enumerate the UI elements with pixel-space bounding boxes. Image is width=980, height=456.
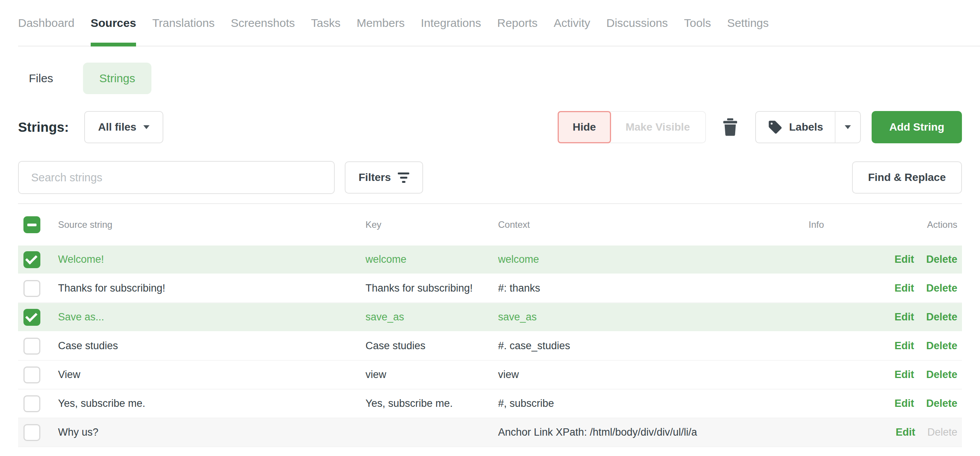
nav-tab-translations[interactable]: Translations — [152, 0, 214, 46]
source-mode-tabs: Files Strings — [18, 63, 980, 94]
strings-table: Source string Key Context Info Actions W… — [18, 204, 962, 447]
filters-button[interactable]: Filters — [345, 161, 423, 194]
column-header-key: Key — [365, 219, 498, 230]
nav-tab-label: Discussions — [606, 17, 668, 30]
context-cell: #. case_studies — [498, 340, 766, 352]
nav-tab-label: Activity — [554, 17, 590, 30]
column-header-actions: Actions — [824, 219, 962, 230]
delete-link[interactable]: Delete — [926, 340, 957, 352]
labels-split-button: Labels — [755, 111, 861, 143]
chevron-down-icon — [143, 125, 149, 129]
table-body: Welcome! welcome welcome Edit Delete Tha… — [18, 245, 962, 447]
tag-icon — [767, 119, 783, 135]
context-cell: view — [498, 369, 766, 381]
table-row: Welcome! welcome welcome Edit Delete — [18, 245, 962, 274]
delete-selected-button[interactable] — [716, 111, 744, 143]
subtab-files[interactable]: Files — [18, 63, 64, 94]
row-checkbox[interactable] — [23, 338, 40, 355]
context-cell: #: thanks — [498, 282, 766, 294]
nav-tab-label: Screenshots — [231, 17, 295, 30]
hide-button[interactable]: Hide — [558, 111, 611, 143]
nav-tab-activity[interactable]: Activity — [554, 0, 590, 46]
row-checkbox[interactable] — [23, 366, 40, 383]
nav-tab-tasks[interactable]: Tasks — [311, 0, 341, 46]
key-cell: view — [365, 369, 498, 381]
filters-button-label: Filters — [359, 171, 391, 184]
row-checkbox[interactable] — [23, 309, 40, 326]
nav-tab-label: Dashboard — [18, 17, 75, 30]
column-header-info: Info — [766, 219, 824, 230]
toolbar-actions: Hide Make Visible Labels — [558, 111, 962, 143]
make-visible-label: Make Visible — [626, 121, 690, 133]
delete-link: Delete — [927, 426, 957, 438]
key-cell: save_as — [365, 311, 498, 323]
source-string-cell: Thanks for subscribing! — [58, 282, 365, 294]
source-string-cell: Why us? — [58, 426, 365, 438]
source-string-cell: Case studies — [58, 340, 365, 352]
add-string-label: Add String — [889, 121, 944, 133]
edit-link[interactable]: Edit — [895, 426, 915, 438]
row-checkbox[interactable] — [23, 424, 40, 441]
file-filter-dropdown[interactable]: All files — [84, 111, 163, 143]
edit-link[interactable]: Edit — [894, 340, 914, 352]
context-cell: save_as — [498, 311, 766, 323]
nav-tab-label: Translations — [152, 17, 214, 30]
nav-tab-members[interactable]: Members — [357, 0, 405, 46]
context-cell: welcome — [498, 254, 766, 265]
make-visible-button: Make Visible — [610, 111, 706, 143]
table-row: Thanks for subscribing! Thanks for subsc… — [18, 274, 962, 303]
add-string-button[interactable]: Add String — [872, 111, 962, 143]
row-checkbox[interactable] — [23, 395, 40, 412]
nav-tab-discussions[interactable]: Discussions — [606, 0, 668, 46]
labels-button-label: Labels — [789, 121, 823, 133]
find-replace-button[interactable]: Find & Replace — [852, 161, 962, 194]
key-cell: welcome — [365, 254, 498, 265]
source-string-cell: Welcome! — [58, 254, 365, 265]
edit-link[interactable]: Edit — [894, 282, 914, 294]
delete-link[interactable]: Delete — [926, 369, 957, 380]
row-checkbox[interactable] — [23, 251, 40, 268]
nav-tab-label: Reports — [497, 17, 538, 30]
key-cell: Thanks for subscribing! — [365, 282, 498, 294]
delete-link[interactable]: Delete — [926, 254, 957, 265]
select-all-checkbox[interactable] — [23, 216, 40, 233]
nav-tab-sources[interactable]: Sources — [91, 0, 136, 46]
filter-icon — [398, 172, 409, 183]
nav-tab-label: Tools — [684, 17, 711, 30]
labels-dropdown-toggle[interactable] — [835, 112, 860, 143]
subtab-label: Strings — [99, 72, 135, 85]
nav-tab-integrations[interactable]: Integrations — [421, 0, 481, 46]
subtab-strings[interactable]: Strings — [83, 63, 151, 94]
table-row: Case studies Case studies #. case_studie… — [18, 332, 962, 361]
nav-tab-label: Settings — [727, 17, 769, 30]
nav-tab-screenshots[interactable]: Screenshots — [231, 0, 295, 46]
hide-button-label: Hide — [573, 121, 596, 133]
edit-link[interactable]: Edit — [894, 254, 914, 265]
column-header-source: Source string — [58, 219, 365, 230]
labels-button[interactable]: Labels — [756, 112, 835, 143]
delete-link[interactable]: Delete — [926, 311, 957, 323]
strings-toolbar: Strings: All files Hide Make Visible — [18, 111, 962, 143]
edit-link[interactable]: Edit — [894, 398, 914, 409]
nav-tab-tools[interactable]: Tools — [684, 0, 711, 46]
column-header-context: Context — [498, 219, 766, 230]
trash-icon — [723, 118, 737, 136]
delete-link[interactable]: Delete — [926, 282, 957, 294]
table-row: Save as... save_as save_as Edit Delete — [18, 303, 962, 332]
page-title: Strings: — [18, 119, 69, 135]
table-row: Yes, subscribe me. Yes, subscribe me. #,… — [18, 390, 962, 418]
table-header-row: Source string Key Context Info Actions — [18, 204, 962, 245]
nav-tab-label: Integrations — [421, 17, 481, 30]
nav-tab-reports[interactable]: Reports — [497, 0, 538, 46]
search-input[interactable] — [18, 161, 335, 194]
edit-link[interactable]: Edit — [894, 311, 914, 323]
find-replace-label: Find & Replace — [868, 171, 946, 184]
row-checkbox[interactable] — [23, 280, 40, 297]
nav-tab-dashboard[interactable]: Dashboard — [18, 0, 75, 46]
delete-link[interactable]: Delete — [926, 398, 957, 409]
context-cell: #, subscribe — [498, 398, 766, 410]
nav-tab-settings[interactable]: Settings — [727, 0, 769, 46]
edit-link[interactable]: Edit — [894, 369, 914, 380]
search-row: Filters Find & Replace — [18, 161, 962, 194]
source-string-cell: Yes, subscribe me. — [58, 398, 365, 410]
